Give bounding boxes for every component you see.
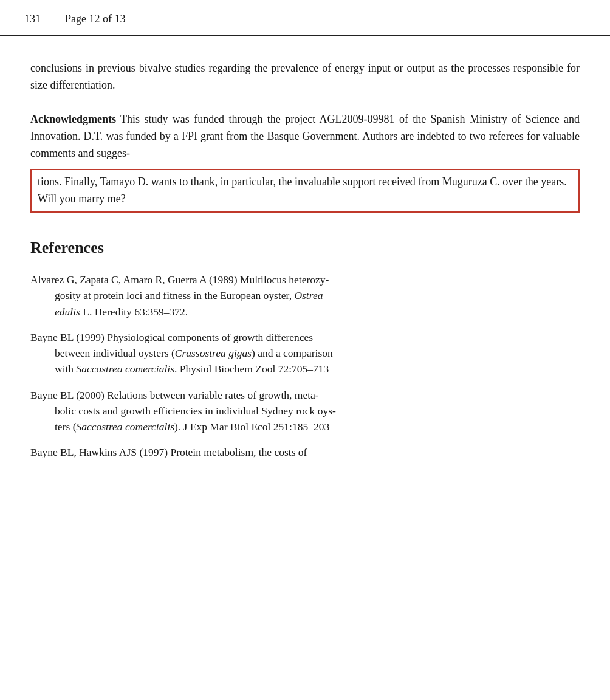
highlighted-text: tions. Finally, Tamayo D. wants to thank… [38,176,567,205]
highlighted-proposal-box: tions. Finally, Tamayo D. wants to thank… [30,169,580,213]
page-number: 131 [24,11,41,27]
page: 131 Page 12 of 13 conclusions in previou… [0,0,610,700]
page-header: 131 Page 12 of 13 [0,0,610,36]
reference-entry: Bayne BL (2000) Relations between variab… [30,387,580,435]
main-content: conclusions in previous bivalve studies … [0,36,610,495]
acknowledgments-block: Acknowledgments This study was funded th… [30,111,580,162]
intro-text: conclusions in previous bivalve studies … [30,62,580,91]
reference-entry: Bayne BL (1999) Physiological components… [30,329,580,377]
acknowledgments-label: Acknowledgments [30,113,116,125]
references-heading: References [30,236,580,259]
reference-entry: Alvarez G, Zapata C, Amaro R, Guerra A (… [30,272,580,320]
intro-paragraph: conclusions in previous bivalve studies … [30,60,580,94]
reference-entry: Bayne BL, Hawkins AJS (1997) Protein met… [30,444,580,460]
page-label: Page 12 of 13 [65,11,125,27]
